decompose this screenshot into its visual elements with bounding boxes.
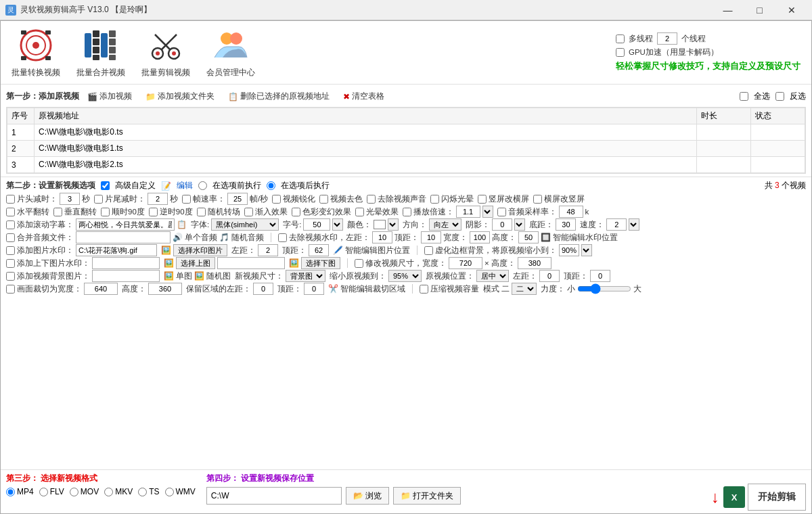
color-box[interactable] (374, 220, 386, 229)
font-select[interactable]: 黑体(simhei) (211, 218, 279, 231)
select-top-button[interactable]: 选择上图 (176, 257, 215, 269)
image-wm-path-input[interactable] (76, 244, 157, 256)
compress-mode-select[interactable]: 二 (512, 283, 537, 295)
merge-audio-checkbox[interactable] (6, 233, 15, 242)
table-row[interactable]: 2 C:\W\微电影\微电影1.ts (7, 141, 805, 157)
minimize-button[interactable]: — (713, 2, 743, 18)
play-speed-select[interactable] (482, 206, 493, 218)
merge-audio-input[interactable] (76, 231, 171, 243)
format-mov-radio[interactable] (70, 488, 78, 496)
crop-top-input[interactable] (304, 283, 324, 295)
invert-select-checkbox[interactable] (775, 92, 784, 101)
decolor-checkbox[interactable] (319, 195, 328, 204)
new-size-select[interactable]: 背景图 (286, 270, 325, 282)
wm-top-input[interactable] (421, 231, 441, 243)
virtual-bg-input[interactable] (559, 244, 579, 256)
select-all-checkbox[interactable] (740, 92, 748, 101)
rotate90r-checkbox[interactable] (149, 208, 158, 216)
remove-watermark-checkbox[interactable] (278, 233, 287, 242)
rotate90-checkbox[interactable] (101, 208, 110, 216)
bottom-input[interactable] (556, 218, 576, 231)
color-effect-checkbox[interactable] (292, 208, 300, 216)
flip-h-checkbox[interactable] (478, 195, 487, 204)
direction-select[interactable]: 向左向右向上向下 (429, 218, 461, 231)
flip-h2-checkbox[interactable] (533, 195, 542, 204)
flash-checkbox[interactable] (430, 195, 439, 204)
toolbar-member-center[interactable]: 会员管理中心 (206, 26, 255, 78)
scale-select[interactable]: 95% (388, 270, 422, 282)
toolbar-batch-clip[interactable]: 批量剪辑视频 (141, 26, 190, 78)
table-row[interactable]: 1 C:\W\微电影\微电影0.ts (7, 124, 805, 141)
sharpen-checkbox[interactable] (272, 195, 281, 204)
virtual-bg-select[interactable] (581, 244, 592, 256)
multi-thread-checkbox[interactable] (616, 34, 625, 43)
top-img-input[interactable] (217, 257, 285, 269)
random-scene-checkbox[interactable] (197, 208, 206, 216)
wm-width-input[interactable] (470, 231, 490, 243)
toolbar-batch-merge[interactable]: 批量合并视频 (76, 26, 125, 78)
fade-in-checkbox[interactable] (244, 208, 253, 216)
table-row[interactable]: 3 C:\W\微电影\微电影2.ts (7, 157, 805, 173)
speed-input[interactable] (606, 218, 627, 231)
tb-wm-input[interactable] (92, 257, 160, 269)
thread-count-input[interactable] (657, 32, 677, 45)
format-mp4-radio[interactable] (6, 488, 15, 496)
subtitle-checkbox[interactable] (6, 220, 15, 229)
img-wm-top-input[interactable] (309, 244, 329, 256)
add-video-button[interactable]: 🎬 添加视频 (85, 89, 135, 103)
resize-checkbox[interactable] (355, 259, 363, 268)
start-button[interactable]: 开始剪辑 (748, 484, 806, 511)
bg-left-input[interactable] (539, 270, 560, 282)
browse-button[interactable]: 📂 浏览 (346, 487, 389, 505)
wm-left-input[interactable] (372, 231, 392, 243)
clear-all-button[interactable]: ✖ 清空表格 (340, 89, 387, 103)
add-folder-button[interactable]: 📁 添加视频文件夹 (143, 89, 217, 103)
play-speed-input[interactable] (456, 206, 480, 218)
delete-selected-button[interactable]: 📋 删除已选择的原视频地址 (225, 89, 332, 103)
font-size-input[interactable] (303, 218, 330, 231)
light-effect-checkbox[interactable] (355, 208, 364, 216)
maximize-button[interactable]: □ (744, 2, 775, 18)
img-wm-left-input[interactable] (258, 244, 278, 256)
tb-wm-checkbox[interactable] (6, 259, 15, 268)
resize-height-input[interactable] (518, 257, 551, 269)
shadow-select[interactable] (514, 218, 525, 231)
wm-height-input[interactable] (518, 231, 539, 243)
flip-horiz-checkbox[interactable] (6, 208, 15, 216)
crop-width-input[interactable] (84, 283, 118, 295)
clip-head-input[interactable] (60, 193, 80, 205)
font-size-select[interactable] (332, 218, 343, 231)
sample-rate-input[interactable] (559, 206, 583, 218)
flip-vert-checkbox[interactable] (53, 208, 62, 216)
crop-height-input[interactable] (148, 283, 182, 295)
remove-audio-checkbox[interactable] (367, 195, 376, 204)
toolbar-batch-convert[interactable]: 批量转换视频 (12, 26, 60, 78)
gpu-accel-checkbox[interactable] (616, 48, 625, 57)
execute-after-radio[interactable] (267, 181, 275, 190)
format-flv-radio[interactable] (39, 488, 48, 496)
subtitle-text-input[interactable] (76, 218, 175, 231)
frame-rate-checkbox[interactable] (182, 195, 191, 204)
color-dropdown[interactable] (388, 218, 399, 231)
select-wm-button[interactable]: 选择水印图片 (173, 244, 227, 256)
bg-img-input[interactable] (92, 270, 160, 282)
select-bottom-button[interactable]: 选择下图 (301, 257, 340, 269)
image-wm-checkbox[interactable] (6, 246, 15, 255)
close-button[interactable]: ✕ (776, 2, 807, 18)
position-select[interactable]: 居中 (476, 270, 509, 282)
crop-left-input[interactable] (253, 283, 273, 295)
virtual-bg-checkbox[interactable] (424, 246, 433, 255)
bg-img-checkbox[interactable] (6, 272, 15, 281)
execute-before-radio[interactable] (198, 181, 207, 190)
shadow-input[interactable] (492, 218, 512, 231)
open-folder-button[interactable]: 📁 打开文件夹 (393, 487, 461, 505)
format-mkv-radio[interactable] (104, 488, 113, 496)
play-speed-checkbox[interactable] (403, 208, 411, 216)
compress-checkbox[interactable] (420, 285, 428, 294)
crop-checkbox[interactable] (6, 285, 15, 294)
advanced-custom-checkbox[interactable] (101, 181, 110, 190)
format-ts-radio[interactable] (138, 488, 147, 496)
output-path-input[interactable] (206, 487, 342, 505)
speed-select[interactable] (629, 218, 639, 231)
clip-tail-input[interactable] (148, 193, 168, 205)
